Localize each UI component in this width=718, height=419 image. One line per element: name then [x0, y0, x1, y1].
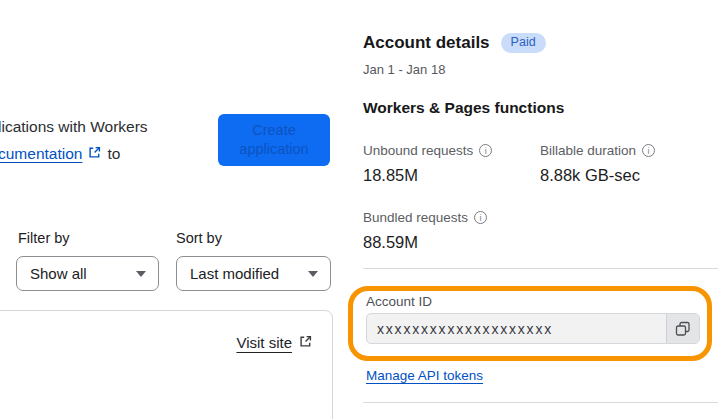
intro-line1: lications with Workers [0, 113, 148, 140]
external-link-icon [88, 140, 101, 167]
visit-site-link[interactable]: Visit site [236, 334, 292, 351]
create-application-button[interactable]: Create application [218, 114, 330, 166]
intro-after-link: to [107, 140, 120, 167]
sort-dropdown-value: Last modified [190, 265, 279, 282]
divider [363, 402, 718, 403]
documentation-link[interactable]: cumentation [0, 140, 82, 167]
metric-value-bundled: 88.59M [363, 233, 418, 252]
workers-pages-dashboard: { "colors": { "accent_blue": "#0d6cf2", … [0, 0, 718, 419]
metric-label-bundled: Bundled requests i [363, 210, 487, 225]
sort-dropdown[interactable]: Last modified [176, 256, 331, 291]
info-icon[interactable]: i [474, 211, 487, 224]
filter-dropdown[interactable]: Show all [16, 256, 159, 291]
plan-badge: Paid [501, 33, 546, 53]
filter-by-label: Filter by [18, 230, 70, 246]
info-icon[interactable]: i [479, 144, 492, 157]
chevron-down-icon [308, 271, 318, 277]
functions-section-title: Workers & Pages functions [363, 99, 564, 117]
application-card: Visit site [0, 310, 333, 419]
copy-button[interactable] [666, 314, 699, 343]
chevron-down-icon [136, 271, 146, 277]
metric-label-unbound: Unbound requests i [363, 143, 492, 158]
sort-by-label: Sort by [176, 230, 222, 246]
info-icon[interactable]: i [642, 144, 655, 157]
intro-text: lications with Workers cumentation to [0, 113, 148, 167]
account-id-label: Account ID [366, 294, 432, 309]
account-id-field [366, 313, 700, 344]
copy-icon [675, 321, 691, 337]
external-link-icon [299, 334, 312, 351]
metric-label-billable: Billable duration i [540, 143, 655, 158]
date-range: Jan 1 - Jan 18 [363, 62, 445, 77]
metric-value-unbound: 18.85M [363, 166, 418, 185]
metric-label-text: Bundled requests [363, 210, 468, 225]
metric-label-text: Billable duration [540, 143, 636, 158]
account-details-title: Account details [363, 33, 490, 53]
metric-value-billable: 8.88k GB-sec [540, 166, 640, 185]
metric-label-text: Unbound requests [363, 143, 473, 158]
divider [363, 268, 718, 269]
manage-api-tokens-link[interactable]: Manage API tokens [366, 368, 483, 383]
filter-dropdown-value: Show all [30, 265, 87, 282]
account-id-input[interactable] [367, 314, 666, 343]
